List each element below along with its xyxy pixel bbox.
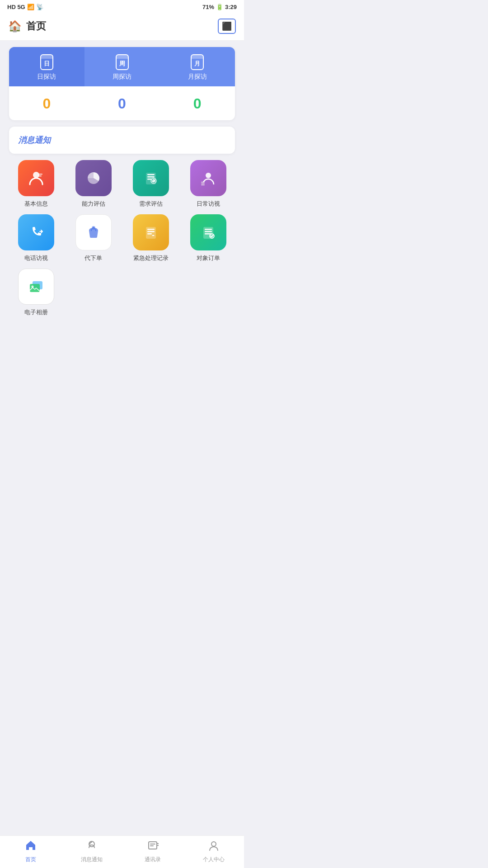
svg-rect-6 (147, 176, 155, 178)
grid-item-emergency[interactable]: 紧急处理记录 (124, 214, 178, 262)
grid-item-ability-eval[interactable]: 能力评估 (66, 160, 120, 208)
notification-title: 消息通知 (18, 136, 51, 145)
svg-point-10 (206, 173, 211, 178)
notification-card[interactable]: 消息通知 (9, 127, 235, 154)
status-right: 71% 🔋 3:29 (202, 4, 237, 10)
weekly-count: 0 (84, 95, 160, 112)
emergency-label: 紧急处理记录 (133, 254, 169, 262)
tab-monthly-label: 月探访 (188, 73, 207, 81)
svg-rect-21 (205, 231, 212, 232)
daily-count: 0 (9, 95, 84, 112)
proxy-order-icon (75, 214, 112, 250)
svg-rect-15 (147, 229, 155, 230)
grid-item-target-order[interactable]: 对象订单 (181, 214, 235, 262)
status-bar: HD 5G 📶 📡 71% 🔋 3:29 (0, 0, 244, 14)
header: 🏠 首页 ⬛ (0, 14, 244, 41)
svg-rect-26 (30, 284, 40, 292)
tab-daily-label: 日探访 (37, 73, 56, 81)
grid-item-phone-visit[interactable]: 电话访视 (9, 214, 63, 262)
need-eval-icon (133, 160, 169, 196)
photo-album-label: 电子相册 (24, 308, 48, 316)
status-wifi: 📡 (36, 4, 43, 10)
daily-visit-label: 日常访视 (197, 200, 220, 208)
basic-info-label: 基本信息 (24, 200, 48, 208)
grid-item-proxy-order[interactable]: 代下单 (66, 214, 120, 262)
daily-visit-icon (190, 160, 226, 196)
phone-visit-label: 电话访视 (24, 254, 48, 262)
ability-eval-label: 能力评估 (82, 200, 105, 208)
status-signal-bars: 📶 (27, 4, 34, 10)
svg-point-13 (92, 227, 94, 229)
photo-album-icon (18, 269, 54, 305)
svg-rect-2 (38, 175, 42, 177)
svg-point-18 (153, 234, 154, 235)
svg-point-0 (33, 172, 39, 178)
grid-item-daily-visit[interactable]: 日常访视 (181, 160, 235, 208)
tab-monthly-visit[interactable]: 月 月探访 (160, 47, 235, 86)
scan-button[interactable]: ⬛ (218, 19, 236, 34)
grid-section: 基本信息 能力评估 (9, 160, 235, 326)
grid-item-basic-info[interactable]: 基本信息 (9, 160, 63, 208)
tab-weekly-label: 周探访 (113, 73, 131, 81)
status-left: HD 5G 📶 📡 (7, 4, 43, 10)
basic-info-icon (18, 160, 54, 196)
monthly-count: 0 (160, 95, 235, 112)
ability-eval-icon (75, 160, 112, 196)
target-order-icon (190, 214, 226, 250)
visit-counts: 0 0 0 (9, 86, 235, 120)
svg-rect-14 (146, 227, 156, 239)
target-order-label: 对象订单 (197, 254, 220, 262)
proxy-order-label: 代下单 (84, 254, 102, 262)
tab-daily-visit[interactable]: 日 日探访 (9, 47, 84, 86)
grid-item-photo-album[interactable]: 电子相册 (9, 269, 63, 316)
phone-visit-icon (18, 214, 54, 250)
svg-rect-5 (147, 174, 155, 175)
grid-item-need-eval[interactable]: 需求评估 (124, 160, 178, 208)
svg-rect-16 (147, 231, 155, 232)
battery-level: 71% (202, 4, 214, 10)
visit-card: 日 日探访 周 周探访 月 月探访 0 0 0 (9, 47, 235, 120)
svg-rect-17 (147, 233, 152, 235)
need-eval-label: 需求评估 (139, 200, 163, 208)
header-left: 🏠 首页 (8, 19, 46, 33)
home-icon: 🏠 (8, 20, 22, 33)
svg-rect-20 (205, 229, 212, 230)
page-title: 首页 (26, 19, 46, 33)
status-signal: HD 5G (7, 4, 25, 10)
emergency-icon (133, 214, 169, 250)
tab-weekly-visit[interactable]: 周 周探访 (84, 47, 160, 86)
visit-tabs: 日 日探访 周 周探访 月 月探访 (9, 47, 235, 86)
svg-rect-1 (38, 174, 42, 175)
battery-icon: 🔋 (216, 4, 223, 10)
clock: 3:29 (225, 4, 237, 10)
